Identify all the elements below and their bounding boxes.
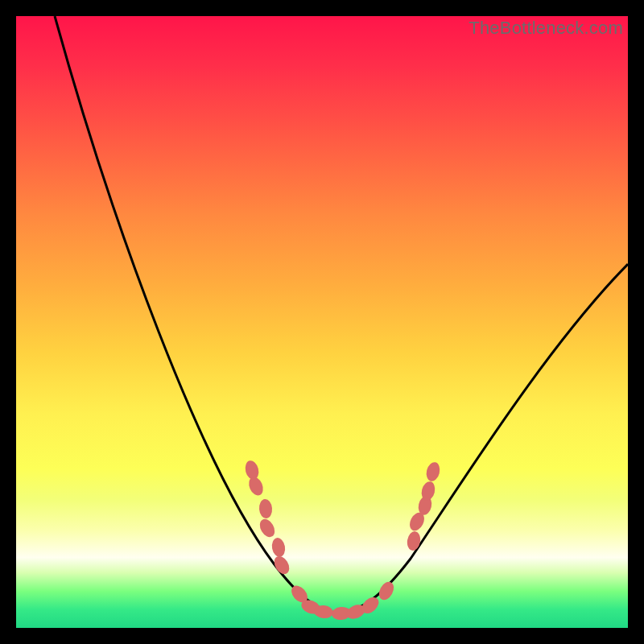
main-curve: [55, 16, 628, 613]
marker-point: [424, 460, 441, 482]
watermark-text: TheBottleneck.com: [469, 18, 623, 39]
marker-point: [406, 530, 422, 551]
curve-svg: [16, 16, 628, 628]
marker-point: [270, 537, 287, 558]
chart-area: TheBottleneck.com: [16, 16, 628, 628]
marker-group: [243, 459, 441, 621]
marker-point: [376, 580, 397, 603]
marker-point: [257, 517, 278, 540]
marker-point: [258, 498, 273, 518]
marker-point: [246, 475, 266, 497]
